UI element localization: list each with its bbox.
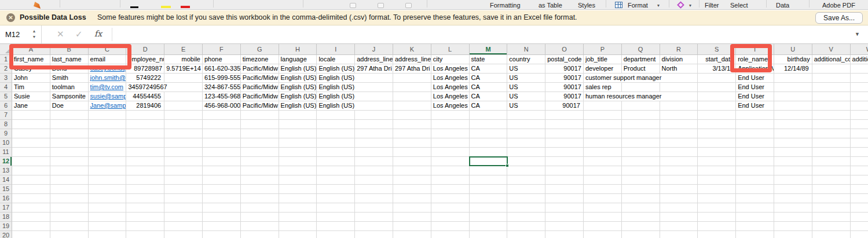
cell-D3[interactable]: 5749222 [126,74,164,83]
cell-A1[interactable]: first_name [12,55,50,64]
cell-P5[interactable]: human resources manager [584,92,622,101]
cell-A12[interactable] [12,157,50,166]
cell-J12[interactable] [355,157,393,166]
cell-S19[interactable] [698,222,736,231]
row-header-8[interactable]: 8 [0,120,12,129]
cell-O5[interactable]: 90017 [545,92,584,101]
cell-C17[interactable] [89,203,127,213]
format-as-table-button[interactable]: as Table [539,2,562,9]
cell-J1[interactable]: address_line [355,55,393,64]
cell-P10[interactable] [584,138,622,148]
data-button[interactable]: Data [776,2,789,9]
cell-F9[interactable] [203,129,241,138]
cell-K11[interactable] [393,148,431,157]
save-as-button[interactable]: Save As... [815,12,863,24]
cell-F4[interactable]: 324-867-555 [203,83,241,92]
row-header-17[interactable]: 17 [0,203,12,213]
cell-M10[interactable] [470,138,508,148]
row-header-19[interactable]: 19 [0,222,12,231]
cell-N1[interactable]: country [507,55,545,64]
cell-D18[interactable] [126,213,164,222]
format-painter-icon[interactable] [34,2,41,9]
cell-J19[interactable] [355,222,393,231]
cell-U20[interactable] [774,231,812,238]
cell-C11[interactable] [89,148,127,157]
cell-V2[interactable] [812,64,851,74]
cell-G7[interactable] [241,111,279,120]
cell-I18[interactable] [317,213,355,222]
cell-K2[interactable]: 297 Atha Dri [393,64,431,74]
cell-V12[interactable] [812,157,851,166]
cell-E6[interactable] [164,101,203,111]
cell-Q11[interactable] [622,148,660,157]
cell-Q16[interactable] [622,194,660,203]
cell-A11[interactable] [12,148,50,157]
cell-O13[interactable] [545,166,584,175]
cell-F7[interactable] [203,111,241,120]
cell-T14[interactable] [736,175,774,185]
cell-G14[interactable] [241,175,279,185]
name-box-stepper[interactable]: ▲▼ [31,28,38,41]
cell-U1[interactable]: birthday [774,55,812,64]
cell-W11[interactable] [851,148,868,157]
cell-P4[interactable]: sales rep [584,83,622,92]
ribbon-icon[interactable] [378,3,384,8]
cell-H5[interactable]: English (US) [279,92,317,101]
cell-D15[interactable] [126,185,164,194]
cell-S20[interactable] [698,231,736,238]
cell-Q8[interactable] [622,120,660,129]
cell-U2[interactable]: 12/14/89 [774,64,812,74]
cell-T10[interactable] [736,138,774,148]
cell-B18[interactable] [50,213,89,222]
row-header-4[interactable]: 4 [0,83,12,92]
cell-I4[interactable]: English (US) [317,83,355,92]
column-header-G[interactable]: G [241,44,279,55]
confirm-icon[interactable]: ✓ [75,29,83,39]
row-header-6[interactable]: 6 [0,101,12,111]
cell-P20[interactable] [584,231,622,238]
column-header-P[interactable]: P [584,44,622,55]
cell-E9[interactable] [164,129,203,138]
cell-L18[interactable] [431,213,470,222]
cell-V14[interactable] [812,175,851,185]
insert-function-icon[interactable]: fx [94,29,102,38]
cell-M19[interactable] [470,222,508,231]
cell-N7[interactable] [507,111,545,120]
cell-K13[interactable] [393,166,431,175]
column-header-Q[interactable]: Q [622,44,660,55]
cell-J18[interactable] [355,213,393,222]
cell-R13[interactable] [660,166,698,175]
cell-V11[interactable] [812,148,851,157]
cell-U19[interactable] [774,222,812,231]
cell-B7[interactable] [50,111,89,120]
cell-W18[interactable] [851,213,868,222]
cell-Q14[interactable] [622,175,660,185]
ribbon-icon[interactable] [405,3,412,8]
row-header-12[interactable]: 12 [0,157,12,166]
cell-H10[interactable] [279,138,317,148]
cell-D10[interactable] [126,138,164,148]
cell-R6[interactable] [660,101,698,111]
cell-I13[interactable] [317,166,355,175]
cell-B12[interactable] [50,157,89,166]
cell-J20[interactable] [355,231,393,238]
row-header-16[interactable]: 16 [0,194,12,203]
cell-D11[interactable] [126,148,164,157]
cell-E19[interactable] [164,222,203,231]
cell-B8[interactable] [50,120,89,129]
cell-C3[interactable]: john.smith@ [89,74,127,83]
cell-C4[interactable]: tim@tv.com [89,83,127,92]
cell-R20[interactable] [660,231,698,238]
cell-L14[interactable] [431,175,470,185]
cell-L1[interactable]: city [431,55,470,64]
cell-T8[interactable] [736,120,774,129]
cell-M4[interactable]: CA [470,83,508,92]
cell-L19[interactable] [431,222,470,231]
cell-H18[interactable] [279,213,317,222]
cell-S1[interactable]: start_date [698,55,736,64]
cell-J5[interactable] [355,92,393,101]
cell-W16[interactable] [851,194,868,203]
cell-B9[interactable] [50,129,89,138]
cell-C12[interactable] [89,157,127,166]
cell-L2[interactable]: Los Angeles [431,64,470,74]
